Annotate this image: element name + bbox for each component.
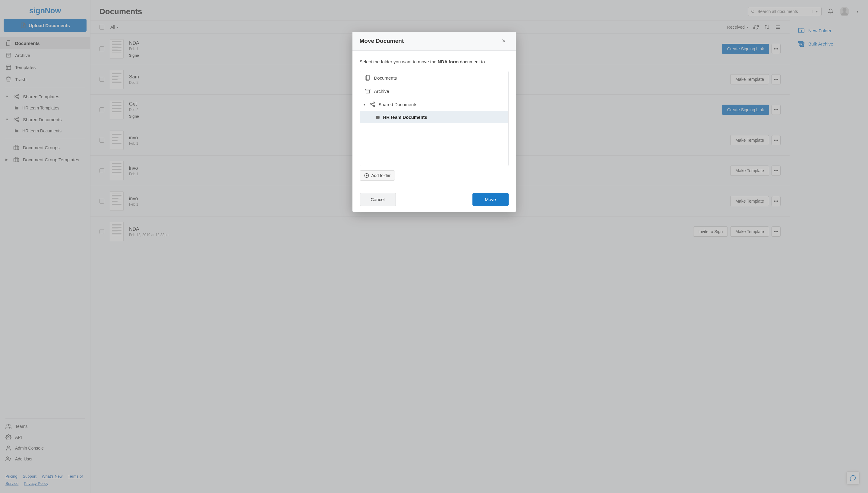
- tree-item-label: HR team Documents: [383, 114, 428, 120]
- cancel-button[interactable]: Cancel: [360, 193, 396, 206]
- documents-icon: [365, 75, 371, 81]
- folder-icon: [376, 115, 380, 120]
- tree-item-archive[interactable]: Archive: [360, 84, 508, 98]
- archive-icon: [365, 88, 371, 94]
- tree-item-shared-documents[interactable]: ▼Shared Documents: [360, 98, 508, 111]
- close-icon[interactable]: ×: [502, 38, 508, 44]
- svg-point-37: [370, 104, 371, 105]
- svg-rect-34: [365, 89, 370, 90]
- svg-line-39: [371, 105, 373, 106]
- folder-tree: DocumentsArchive▼Shared DocumentsHR team…: [360, 71, 508, 166]
- add-folder-button[interactable]: Add folder: [360, 170, 395, 180]
- modal-title: Move Document: [360, 38, 502, 44]
- tree-item-label: Documents: [374, 76, 397, 81]
- chevron-down-icon: ▼: [363, 103, 366, 106]
- tree-item-label: Archive: [374, 89, 389, 94]
- move-document-modal: Move Document × Select the folder you wa…: [352, 32, 516, 212]
- modal-overlay: Move Document × Select the folder you wa…: [0, 0, 868, 493]
- tree-item-documents[interactable]: Documents: [360, 71, 508, 84]
- svg-point-36: [373, 102, 374, 103]
- move-button[interactable]: Move: [473, 193, 508, 206]
- tree-item-label: Shared Documents: [379, 102, 417, 107]
- svg-point-38: [373, 105, 374, 107]
- add-folder-label: Add folder: [371, 173, 391, 178]
- share-icon: [369, 101, 375, 107]
- modal-description: Select the folder you want to move the N…: [360, 59, 508, 64]
- plus-circle-icon: [364, 173, 369, 178]
- svg-line-40: [371, 103, 373, 104]
- tree-item-hr-team-documents[interactable]: HR team Documents: [360, 111, 508, 123]
